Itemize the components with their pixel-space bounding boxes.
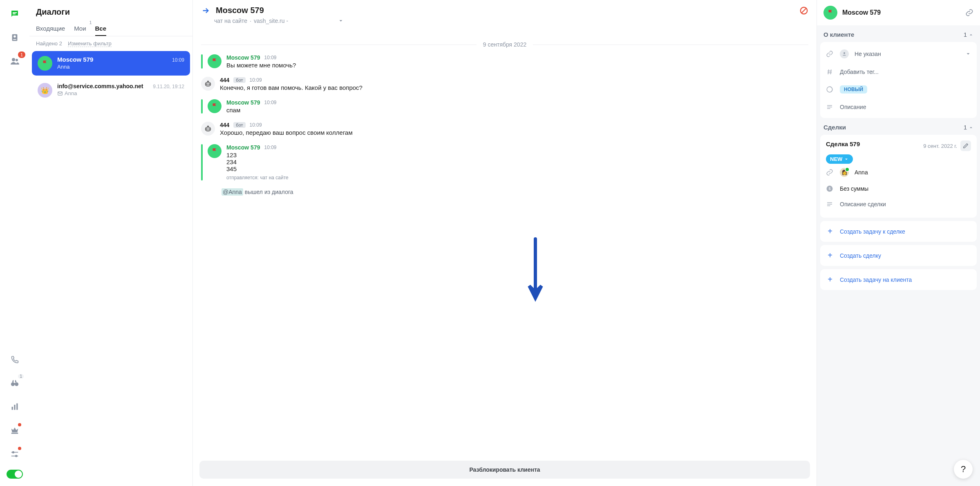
section-about-header[interactable]: О клиенте 1 — [817, 25, 980, 42]
svg-point-22 — [209, 129, 210, 129]
deal-assignee: Anna — [855, 169, 868, 176]
nav-crown-icon[interactable] — [7, 422, 23, 439]
svg-rect-7 — [12, 407, 13, 410]
message-time: 10:09 — [264, 145, 276, 150]
message-text: Вы можете мне помочь? — [226, 62, 808, 69]
dialogs-list: Moscow 579 10:09 Anna 👑 info@service.com… — [29, 51, 192, 486]
dialogs-panel: Диалоги Входящие Мои1 Все Найдено 2 Изме… — [29, 0, 193, 486]
svg-line-27 — [830, 69, 831, 74]
svg-line-16 — [802, 8, 806, 13]
nav-contacts-badge: 1 — [18, 51, 25, 58]
message: Moscow 579 10:09 Вы можете мне помочь? — [201, 54, 808, 69]
create-deal-button[interactable]: + Создать сделку — [820, 245, 977, 266]
message-time: 10:09 — [264, 55, 276, 60]
link-icon[interactable] — [965, 9, 973, 17]
create-client-task-button[interactable]: + Создать задачу на клиента — [820, 269, 977, 290]
nav-chat-icon[interactable] — [7, 6, 23, 22]
stage-icon — [826, 86, 834, 93]
deal-amount: Без суммы — [840, 185, 868, 192]
dialog-item[interactable]: Moscow 579 10:09 Anna — [32, 51, 190, 76]
chevron-down-icon[interactable] — [338, 18, 344, 24]
operator-row[interactable]: Не указан — [820, 45, 977, 63]
nav-stats-icon[interactable] — [7, 399, 23, 415]
dollar-icon: $ — [826, 185, 834, 192]
nav-settings-dot — [18, 447, 21, 450]
list-icon — [826, 103, 834, 111]
plus-icon: + — [826, 275, 834, 284]
dialog-preview: Anna — [57, 64, 184, 70]
filter-count: Найдено 2 — [36, 40, 62, 47]
nav-contacts-icon[interactable]: 1 — [7, 53, 23, 69]
avatar — [208, 54, 222, 68]
tab-all[interactable]: Все — [95, 22, 107, 36]
arrow-right-icon[interactable] — [201, 6, 210, 15]
dialogs-tabs: Входящие Мои1 Все — [29, 22, 192, 36]
status-toggle[interactable] — [7, 470, 23, 479]
svg-point-21 — [206, 129, 207, 129]
chat-header: Moscow 579 — [193, 0, 817, 17]
plus-icon: + — [826, 227, 834, 236]
message-author: Moscow 579 — [226, 54, 260, 61]
avatar: 👩 — [840, 168, 849, 177]
message-text: спам — [226, 107, 808, 114]
dialog-item[interactable]: 👑 info@service.comms.yahoo.net 9.11.20, … — [32, 78, 190, 103]
svg-point-18 — [206, 84, 207, 85]
create-deal-task-button[interactable]: + Создать задачу к сделке — [820, 221, 977, 242]
message-time: 10:09 — [264, 100, 276, 105]
message-author: 444 — [220, 122, 229, 128]
help-button[interactable]: ? — [954, 460, 973, 479]
nav-profile-icon[interactable] — [7, 29, 23, 46]
nav-settings-icon[interactable] — [7, 446, 23, 462]
client-name: Moscow 579 — [842, 9, 960, 16]
message-author: Moscow 579 — [226, 144, 260, 151]
unblock-button[interactable]: Разблокировать клиента — [199, 461, 810, 479]
date-separator: 9 сентября 2022 — [201, 41, 808, 48]
dialog-time: 9.11.20, 19:12 — [153, 84, 184, 89]
hash-icon — [826, 68, 834, 76]
chat-title: Moscow 579 — [216, 6, 794, 15]
dialog-time: 10:09 — [172, 57, 184, 63]
message-text: Хорошо, передаю ваш вопрос своим коллега… — [220, 129, 808, 136]
nav-phone-icon[interactable] — [7, 351, 23, 368]
avatar: 👑 — [38, 83, 52, 98]
deal-card: Сделка 579 9 сент. 2022 г. NEW 👩 Anna $ … — [820, 135, 977, 218]
svg-rect-20 — [206, 127, 211, 131]
deal-stage-badge[interactable]: NEW — [826, 154, 853, 164]
bot-avatar — [201, 122, 215, 136]
about-card: Не указан Добавить тег... НОВЫЙ Описание — [820, 42, 977, 118]
svg-point-23 — [844, 52, 845, 54]
bot-badge: бот — [233, 122, 245, 128]
chevron-up-icon — [969, 32, 973, 37]
client-header: Moscow 579 — [817, 0, 980, 25]
tags-row[interactable]: Добавить тег... — [820, 63, 977, 80]
list-icon — [826, 201, 834, 208]
message: Moscow 579 10:09 123 234 345 отправляетс… — [201, 144, 808, 181]
client-panel: Moscow 579 О клиенте 1 Не указан Добавит… — [817, 0, 980, 486]
message: 444 бот 10:09 Хорошо, передаю ваш вопрос… — [201, 122, 808, 136]
dialogs-filters: Найдено 2 Изменить фильтр — [29, 36, 192, 51]
nav-binoculars-icon[interactable]: 1 — [7, 375, 23, 391]
message: 444 бот 10:09 Конечно, я готов вам помоч… — [201, 77, 808, 91]
tab-mine[interactable]: Мои1 — [74, 22, 86, 36]
message-channel: отправляется: чат на сайте — [226, 175, 808, 181]
deal-amount-row[interactable]: $ Без суммы — [826, 181, 971, 196]
svg-point-12 — [13, 452, 14, 453]
avatar — [823, 6, 837, 20]
chat-panel: Moscow 579 чат на сайте · vash_site.ru -… — [193, 0, 817, 486]
status-row[interactable]: НОВЫЙ — [820, 80, 977, 98]
chat-subheader: чат на сайте · vash_site.ru - — [193, 17, 817, 31]
nav-binoculars-badge: 1 — [18, 374, 24, 379]
deal-desc-row[interactable]: Описание сделки — [826, 196, 971, 212]
section-deals-header[interactable]: Сделки 1 — [817, 118, 980, 135]
tab-inbox[interactable]: Входящие — [36, 22, 65, 36]
plus-icon: + — [826, 251, 834, 260]
edit-deal-button[interactable] — [960, 140, 971, 151]
deal-assignee-row[interactable]: 👩 Anna — [826, 164, 971, 181]
svg-point-1 — [13, 36, 16, 38]
bot-badge: бот — [233, 77, 245, 83]
svg-point-3 — [16, 59, 18, 61]
description-row[interactable]: Описание — [820, 98, 977, 116]
block-icon[interactable] — [799, 6, 808, 15]
link-icon — [826, 169, 834, 176]
edit-filter-link[interactable]: Изменить фильтр — [68, 40, 112, 47]
